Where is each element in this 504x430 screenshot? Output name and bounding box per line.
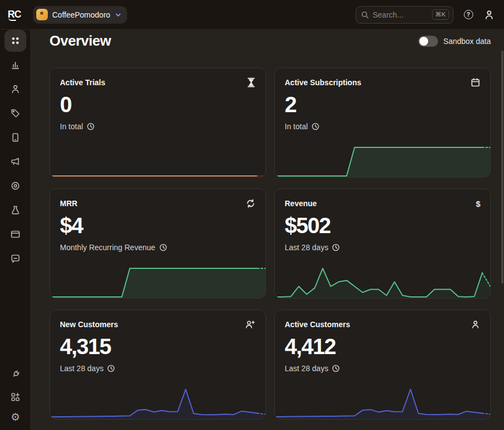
chevron-down-icon	[115, 12, 121, 18]
card-title: MRR	[60, 199, 77, 208]
toggle-knob	[419, 37, 428, 46]
sandbox-toggle[interactable]	[418, 36, 438, 47]
metric-card-mrr: MRR $4 Monthly Recurring Revenue	[49, 189, 266, 299]
device-icon	[10, 132, 21, 143]
project-name: CoffeePomodoro	[52, 10, 110, 19]
card-title: Active Customers	[285, 320, 350, 329]
sidebar-item-overview[interactable]	[4, 30, 26, 52]
sidebar-item-integrations[interactable]	[4, 363, 26, 385]
metric-card-revenue: Revenue $ $502 Last 28 days	[274, 189, 491, 299]
metric-caption: Last 28 days	[285, 243, 328, 252]
metric-value: 4,412	[285, 335, 480, 358]
sandbox-toggle-group: Sandbox data	[418, 36, 491, 47]
plug-icon	[10, 369, 21, 380]
target-icon	[10, 180, 21, 191]
top-bar: RC CoffeePomodoro ⌘K ?	[0, 0, 504, 30]
metric-value: 0	[60, 93, 256, 116]
sidebar-item-experiments[interactable]	[4, 199, 26, 221]
sidebar-item-settings[interactable]: ⚙	[4, 406, 26, 428]
metric-card-active-trials: Active Trials 0 In total	[49, 68, 266, 178]
gear-icon: ⚙	[10, 412, 20, 422]
sidebar: ⚙	[0, 30, 31, 430]
scrollbar-thumb[interactable]	[501, 51, 503, 284]
person-icon	[484, 9, 495, 20]
sparkline-chart	[275, 143, 490, 177]
sparkline-chart	[50, 143, 265, 177]
person-icon	[470, 319, 480, 329]
revenuecat-logo: RC	[8, 9, 30, 20]
metric-caption: Last 28 days	[60, 364, 103, 373]
sparkline-chart	[50, 385, 265, 419]
browser-icon	[10, 229, 21, 240]
flask-icon	[10, 205, 21, 216]
search-input[interactable]	[373, 10, 428, 19]
sparkline-chart	[275, 385, 490, 419]
time-period-icon	[87, 123, 95, 130]
bar-chart-icon	[10, 59, 21, 70]
card-title: New Customers	[60, 320, 118, 329]
calendar-icon	[470, 78, 480, 87]
sidebar-item-add-apps[interactable]	[4, 386, 26, 408]
project-selector[interactable]: CoffeePomodoro	[33, 6, 127, 24]
dollar-icon: $	[476, 199, 480, 208]
sidebar-item-product-catalog[interactable]	[4, 102, 26, 124]
person-plus-icon	[245, 319, 256, 329]
sandbox-toggle-label: Sandbox data	[444, 37, 491, 46]
metric-caption: Last 28 days	[285, 364, 328, 373]
chat-icon	[10, 253, 21, 264]
account-button[interactable]	[481, 7, 497, 23]
main-content: Overview Sandbox data Active Trials 0 In…	[31, 30, 504, 430]
search-shortcut-badge: ⌘K	[432, 9, 449, 20]
sidebar-item-apps[interactable]	[4, 126, 26, 148]
metric-card-active-customers: Active Customers 4,412 Last 28 days	[274, 310, 491, 420]
megaphone-icon	[10, 156, 21, 167]
tag-icon	[10, 108, 21, 119]
sidebar-item-customers[interactable]	[4, 78, 26, 100]
metric-caption: Monthly Recurring Revenue	[60, 243, 156, 252]
card-title: Active Trials	[60, 78, 106, 87]
metric-caption: In total	[60, 122, 83, 131]
time-period-icon	[159, 244, 167, 251]
card-title: Active Subscriptions	[285, 78, 361, 87]
metric-value: $4	[60, 214, 256, 237]
project-app-icon	[36, 9, 48, 20]
metric-card-active-subscriptions: Active Subscriptions 2 In total	[274, 68, 491, 178]
card-title: Revenue	[285, 199, 317, 208]
time-period-icon	[107, 365, 115, 372]
grid-dots-icon	[10, 35, 21, 46]
time-period-icon	[332, 365, 340, 372]
help-icon: ?	[464, 10, 473, 19]
metric-value: 4,315	[60, 335, 256, 358]
sidebar-item-paywalls[interactable]	[4, 223, 26, 245]
search-icon	[361, 11, 369, 19]
metric-cards-grid: Active Trials 0 In total Active Subscrip…	[49, 68, 491, 420]
sparkline-chart	[275, 264, 490, 298]
sidebar-item-targeting[interactable]	[4, 175, 26, 197]
metric-value: 2	[285, 93, 480, 116]
metric-value: $502	[285, 214, 480, 237]
grid-plus-icon	[10, 392, 21, 403]
metric-card-new-customers: New Customers 4,315 Last 28 days	[49, 310, 266, 420]
metric-caption: In total	[285, 122, 308, 131]
hourglass-icon	[247, 78, 256, 87]
person-icon	[10, 84, 21, 95]
sidebar-item-customer-center[interactable]	[4, 247, 26, 269]
sidebar-item-campaigns[interactable]	[4, 151, 26, 173]
page-title: Overview	[49, 32, 111, 49]
time-period-icon	[312, 123, 319, 130]
help-button[interactable]: ?	[460, 7, 477, 23]
time-period-icon	[332, 244, 340, 251]
search-box[interactable]: ⌘K	[356, 6, 453, 24]
sparkline-chart	[50, 264, 265, 298]
sidebar-item-charts[interactable]	[4, 54, 26, 76]
cycle-icon	[246, 199, 256, 208]
